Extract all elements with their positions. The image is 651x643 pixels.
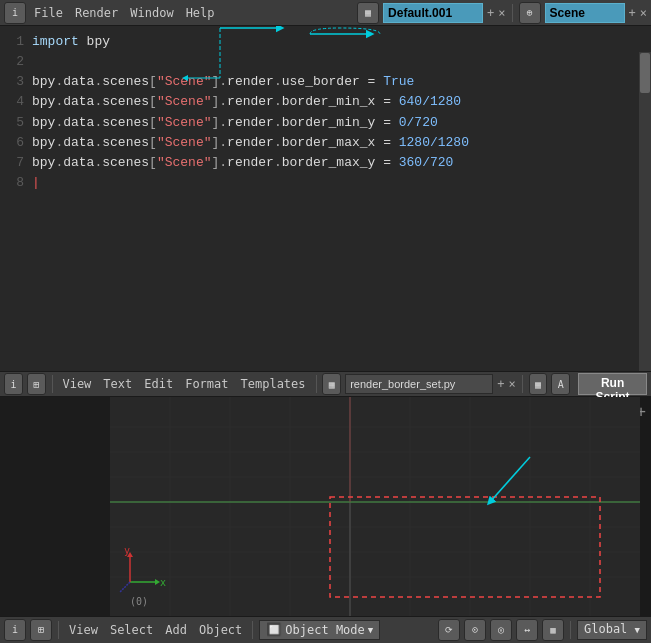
script-editor-type-icon[interactable]: ⊞ <box>27 373 46 395</box>
viewport-3d[interactable]: Camera Persp + <box>0 397 651 642</box>
code-editor: 1import bpy 2 3bpy.data.scenes["Scene"].… <box>0 26 651 371</box>
scene-label-input[interactable] <box>545 3 625 23</box>
vp-object-menu[interactable]: Object <box>195 623 246 637</box>
code-line-7: 7bpy.data.scenes["Scene"].render.border_… <box>8 153 643 173</box>
toolbar-sep <box>512 4 513 22</box>
script-toolbar-sep1 <box>52 375 53 393</box>
vp-view-menu[interactable]: View <box>65 623 102 637</box>
code-content[interactable]: 1import bpy 2 3bpy.data.scenes["Scene"].… <box>0 26 651 345</box>
code-line-2: 2 <box>8 52 643 72</box>
scene-label-plus[interactable]: + <box>629 6 636 20</box>
vp-sep3 <box>570 621 571 639</box>
code-line-1: 1import bpy <box>8 32 643 52</box>
svg-rect-4 <box>110 397 640 617</box>
script-layout-icon[interactable]: ▦ <box>322 373 341 395</box>
vp-transform-icon[interactable]: ⟳ <box>438 619 460 641</box>
viewport-bottom-toolbar: i ⊞ View Select Add Object 🔲 Object Mode… <box>0 616 651 642</box>
code-line-6: 6bpy.data.scenes["Scene"].render.border_… <box>8 133 643 153</box>
script-toolbar-sep3 <box>522 375 523 393</box>
vertical-scrollbar[interactable] <box>639 52 651 371</box>
view-icon[interactable]: ⊕ <box>519 2 541 24</box>
viewport-grid: x y (0) <box>110 397 640 617</box>
script-format-menu[interactable]: Format <box>181 377 232 391</box>
vp-proportional-icon[interactable]: ◎ <box>490 619 512 641</box>
scene-plus-icon[interactable]: + <box>487 6 494 20</box>
render-menu[interactable]: Render <box>71 6 122 20</box>
scene-close-icon[interactable]: × <box>498 6 505 20</box>
viewport-left-panel <box>0 397 110 617</box>
script-toolbar-sep2 <box>316 375 317 393</box>
script-editor-toolbar: i ⊞ View Text Edit Format Templates ▦ + … <box>0 371 651 397</box>
file-menu[interactable]: File <box>30 6 67 20</box>
svg-text:y: y <box>124 545 130 556</box>
script-templates-menu[interactable]: Templates <box>237 377 310 391</box>
global-dropdown[interactable]: Global ▼ <box>577 620 647 640</box>
script-display-icon2[interactable]: A <box>551 373 570 395</box>
vp-select-menu[interactable]: Select <box>106 623 157 637</box>
info-char: i <box>12 7 18 18</box>
layout-icon[interactable]: ▦ <box>357 2 379 24</box>
code-line-5: 5bpy.data.scenes["Scene"].render.border_… <box>8 113 643 133</box>
script-text-menu[interactable]: Text <box>99 377 136 391</box>
script-display-icon1[interactable]: ▦ <box>529 373 548 395</box>
scrollbar-thumb[interactable] <box>640 53 650 93</box>
script-view-menu[interactable]: View <box>58 377 95 391</box>
run-script-button[interactable]: Run Script <box>578 373 647 395</box>
vp-info-icon[interactable]: i <box>4 619 26 641</box>
vp-manipulator-icon[interactable]: ↔ <box>516 619 538 641</box>
vp-magnet-icon[interactable]: ⊙ <box>464 619 486 641</box>
code-line-8: 8| <box>8 173 643 193</box>
info-icon[interactable]: i <box>4 2 26 24</box>
scene-name-input[interactable] <box>383 3 483 23</box>
vp-layer-icon[interactable]: ▦ <box>542 619 564 641</box>
code-line-4: 4bpy.data.scenes["Scene"].render.border_… <box>8 92 643 112</box>
object-mode-dropdown[interactable]: 🔲 Object Mode ▼ <box>259 620 380 640</box>
help-menu[interactable]: Help <box>182 6 219 20</box>
script-name-input[interactable] <box>345 374 493 394</box>
script-info-icon[interactable]: i <box>4 373 23 395</box>
vp-add-menu[interactable]: Add <box>161 623 191 637</box>
script-edit-menu[interactable]: Edit <box>140 377 177 391</box>
script-plus-icon[interactable]: + <box>497 377 504 391</box>
svg-text:(0): (0) <box>130 596 148 607</box>
vp-sep2 <box>252 621 253 639</box>
window-menu[interactable]: Window <box>126 6 177 20</box>
script-close-icon[interactable]: × <box>508 377 515 391</box>
scene-label-close[interactable]: × <box>640 6 647 20</box>
vp-sep1 <box>58 621 59 639</box>
code-line-3: 3bpy.data.scenes["Scene"].render.use_bor… <box>8 72 643 92</box>
svg-text:x: x <box>160 577 166 588</box>
vp-editor-type-icon[interactable]: ⊞ <box>30 619 52 641</box>
top-header-toolbar: i File Render Window Help ▦ + × ⊕ + × <box>0 0 651 26</box>
